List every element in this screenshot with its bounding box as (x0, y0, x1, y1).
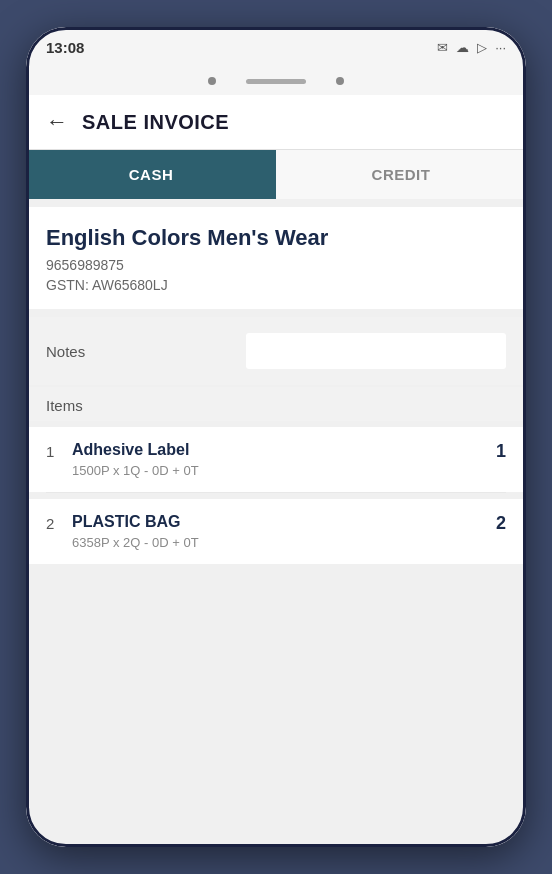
speaker-grille (246, 79, 306, 84)
camera-dot (208, 77, 216, 85)
item-qty-1: 1 (476, 441, 506, 462)
item-number-1: 1 (46, 441, 72, 460)
item-qty-2: 2 (476, 513, 506, 534)
status-time: 13:08 (46, 39, 84, 56)
item-name-2: PLASTIC BAG (72, 513, 476, 531)
mail-icon: ✉ (437, 40, 448, 55)
list-item[interactable]: 1 Adhesive Label 1500P x 1Q - 0D + 0T 1 (26, 427, 526, 492)
cloud-icon: ☁ (456, 40, 469, 55)
phone-frame: 13:08 ✉ ☁ ▷ ··· ← SALE INVOICE CASH CRED… (26, 27, 526, 847)
status-bar: 13:08 ✉ ☁ ▷ ··· (26, 27, 526, 67)
screen: ← SALE INVOICE CASH CREDIT English Color… (26, 95, 526, 847)
tab-cash[interactable]: CASH (26, 150, 276, 199)
item-desc-2: 6358P x 2Q - 0D + 0T (72, 535, 476, 550)
list-item[interactable]: 2 PLASTIC BAG 6358P x 2Q - 0D + 0T 2 (26, 499, 526, 564)
customer-name: English Colors Men's Wear (46, 225, 506, 251)
back-button[interactable]: ← (46, 109, 68, 135)
status-icons: ✉ ☁ ▷ ··· (437, 40, 506, 55)
app-header: ← SALE INVOICE (26, 95, 526, 150)
items-label: Items (46, 397, 83, 414)
play-icon: ▷ (477, 40, 487, 55)
tab-credit[interactable]: CREDIT (276, 150, 526, 199)
customer-section: English Colors Men's Wear 9656989875 GST… (26, 207, 526, 309)
sensor-dot (336, 77, 344, 85)
notes-section: Notes (26, 317, 526, 385)
page-title: SALE INVOICE (82, 111, 229, 134)
customer-phone: 9656989875 (46, 257, 506, 273)
more-icon: ··· (495, 40, 506, 55)
item-number-2: 2 (46, 513, 72, 532)
item-name-1: Adhesive Label (72, 441, 476, 459)
notes-input[interactable] (246, 333, 506, 369)
item-details-1: Adhesive Label 1500P x 1Q - 0D + 0T (72, 441, 476, 478)
notch-area (26, 67, 526, 95)
items-section-header: Items (26, 387, 526, 421)
notes-label: Notes (46, 343, 246, 360)
item-divider-1 (46, 492, 506, 493)
customer-gstn: GSTN: AW65680LJ (46, 277, 506, 293)
item-desc-1: 1500P x 1Q - 0D + 0T (72, 463, 476, 478)
item-details-2: PLASTIC BAG 6358P x 2Q - 0D + 0T (72, 513, 476, 550)
tabs-row: CASH CREDIT (26, 150, 526, 199)
